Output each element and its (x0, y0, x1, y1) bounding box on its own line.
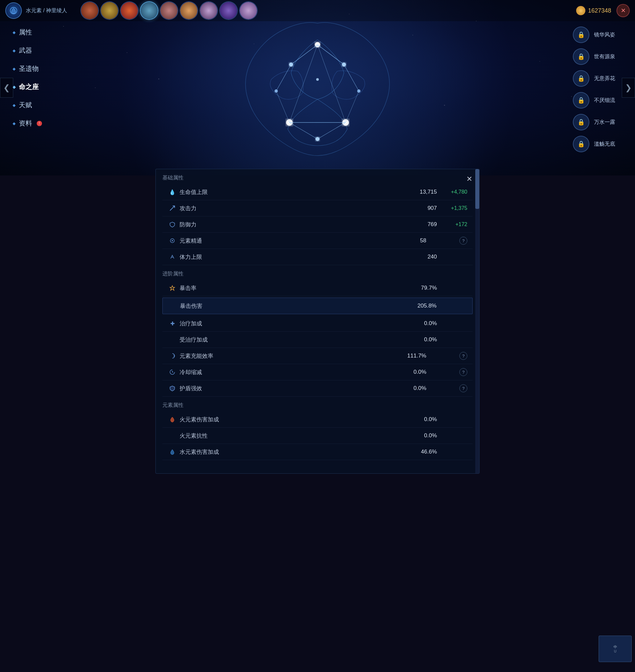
stat-row-pyro-res: 火元素抗性 0.0% (162, 428, 473, 444)
nav-item-artifacts[interactable]: 圣遗物 (10, 63, 45, 75)
svg-line-20 (289, 123, 318, 139)
stat-row-hp: 💧 生命值上限 13,715 +4,780 (162, 184, 473, 200)
char-tab-3[interactable] (120, 1, 138, 20)
nav-item-info[interactable]: 资料 ! (10, 118, 45, 129)
header-right: ● 1627348 ✕ (576, 4, 635, 17)
char-tab-2[interactable] (100, 1, 119, 20)
constellation-nodes: 🔒 镜华风姿 🔒 世有源泉 🔒 无意弄花 🔒 不厌细流 🔒 万水一露 🔒 滥觞无… (573, 26, 615, 152)
char-tab-4-active[interactable] (140, 1, 158, 20)
stat-name-hydro-dmg: 水元素伤害加成 (180, 448, 421, 456)
char-tab-8[interactable] (219, 1, 238, 20)
nav-arrow-right[interactable]: ❯ (622, 78, 635, 98)
constellation-node-2[interactable]: 🔒 世有源泉 (573, 48, 615, 65)
char-tab-9[interactable] (239, 1, 258, 20)
stat-name-pyro-dmg: 火元素伤害加成 (180, 416, 424, 423)
nav-item-talents[interactable]: 天赋 (10, 99, 45, 111)
info-badge: ! (37, 121, 42, 126)
left-nav: 属性 武器 圣遗物 命之座 天赋 资料 ! (10, 26, 45, 129)
nav-item-attributes[interactable]: 属性 (10, 26, 45, 38)
node-label-6: 滥觞无底 (594, 141, 615, 148)
stat-value-pyro-res: 0.0% (424, 432, 437, 439)
section-basic-header: 基础属性 (156, 169, 479, 184)
stat-row-hydro-dmg: 水元素伤害加成 46.6% (162, 444, 473, 460)
lock-icon-1: 🔒 (573, 26, 589, 43)
char-tab-1[interactable] (80, 1, 99, 20)
stat-name-healing: 治疗加成 (180, 320, 424, 328)
panel-close-button[interactable]: ✕ (463, 173, 475, 185)
stat-name-stamina: 体力上限 (180, 253, 428, 261)
stat-value-healing: 0.0% (424, 320, 437, 327)
stat-name-cdr: 冷却缩减 (180, 369, 413, 376)
char-tab-6[interactable] (180, 1, 198, 20)
constellation-node-3[interactable]: 🔒 无意弄花 (573, 70, 615, 87)
stat-name-pyro-res: 火元素抗性 (180, 432, 424, 440)
scrollbar[interactable] (475, 169, 479, 474)
stat-bonus-hp: +4,780 (441, 189, 467, 195)
nav-item-weapon[interactable]: 武器 (10, 45, 45, 56)
cdr-help-button[interactable]: ? (459, 368, 467, 376)
lock-icon-5: 🔒 (573, 114, 589, 130)
svg-point-7 (316, 78, 319, 81)
node-label-1: 镜华风姿 (594, 31, 615, 38)
popup-thumbnail[interactable]: 中 U (599, 635, 632, 662)
hp-icon: 💧 (168, 187, 177, 197)
pyro-icon (168, 415, 177, 424)
em-icon (168, 236, 177, 245)
constellation-node-4[interactable]: 🔒 不厌细流 (573, 92, 615, 109)
lock-icon-6: 🔒 (573, 136, 589, 152)
constellation-section: 水元素 / 神里绫人 (0, 0, 635, 175)
stat-bonus-def: +172 (441, 222, 467, 227)
node-label-4: 不厌细流 (594, 97, 615, 104)
stat-name-incoming-healing: 受治疗加成 (180, 336, 424, 343)
svg-line-22 (276, 91, 289, 123)
advanced-stats-table: 暴击率 79.7% 暴击伤害 205.8% ✚ 治疗加成 0.0% 受治疗加成 … (156, 280, 479, 397)
healing-icon: ✚ (168, 319, 177, 328)
constellation-node-6[interactable]: 🔒 滥觞无底 (573, 136, 615, 152)
crit-dmg-icon (168, 301, 177, 311)
stat-value-stamina: 240 (428, 254, 437, 260)
hydro-icon (168, 447, 177, 457)
stat-name-shield: 护盾强效 (180, 385, 413, 392)
stat-row-shield: 护盾强效 0.0% ? (162, 380, 473, 397)
currency-display: ● 1627348 (576, 6, 611, 15)
stat-name-hp: 生命值上限 (180, 188, 420, 196)
svg-line-15 (276, 65, 291, 91)
char-tab-7[interactable] (199, 1, 218, 20)
constellation-node-5[interactable]: 🔒 万水一露 (573, 114, 615, 130)
shield-help-button[interactable]: ? (459, 384, 467, 392)
stat-value-hp: 13,715 (420, 189, 437, 195)
coin-icon: ● (576, 6, 585, 15)
header-bar: 水元素 / 神里绫人 (0, 0, 635, 21)
svg-line-21 (318, 123, 346, 139)
currency-amount: 1627348 (588, 7, 611, 14)
nav-item-constellation[interactable]: 命之座 (10, 81, 45, 93)
basic-stats-table: 💧 生命值上限 13,715 +4,780 攻击力 907 +1,375 防御力… (156, 184, 479, 265)
svg-point-25 (172, 240, 173, 241)
stat-row-energy-recharge: 元素充能效率 111.7% ? (162, 348, 473, 364)
em-help-button[interactable]: ? (459, 237, 467, 245)
svg-line-17 (289, 45, 318, 123)
svg-line-13 (291, 45, 318, 65)
scroll-thumb[interactable] (475, 169, 479, 209)
constellation-node-1[interactable]: 🔒 镜华风姿 (573, 26, 615, 43)
section-advanced-header: 进阶属性 (156, 265, 479, 280)
stat-row-crit-rate: 暴击率 79.7% (162, 280, 473, 296)
elemental-stats-table: 火元素伤害加成 0.0% 火元素抗性 0.0% 水元素伤害加成 46.6% (156, 412, 479, 460)
stat-row-healing: ✚ 治疗加成 0.0% (162, 315, 473, 332)
nav-arrow-left[interactable]: ❮ (0, 78, 13, 98)
char-tab-5[interactable] (160, 1, 178, 20)
energy-recharge-help-button[interactable]: ? (459, 352, 467, 360)
energy-recharge-icon (168, 351, 177, 360)
stat-value-crit-rate: 79.7% (421, 285, 437, 291)
stat-value-cdr: 0.0% (413, 369, 426, 375)
stat-row-pyro-dmg: 火元素伤害加成 0.0% (162, 412, 473, 428)
stat-bonus-atk: +1,375 (441, 205, 467, 211)
header-close-button[interactable]: ✕ (616, 4, 630, 17)
lock-icon-4: 🔒 (573, 92, 589, 109)
stat-value-shield: 0.0% (413, 385, 426, 392)
section-elemental-header: 元素属性 (156, 397, 479, 412)
lock-icon-2: 🔒 (573, 48, 589, 65)
stat-name-em: 元素精通 (180, 237, 420, 245)
stat-row-incoming-healing: 受治疗加成 0.0% (162, 332, 473, 348)
node-label-5: 万水一露 (594, 119, 615, 126)
